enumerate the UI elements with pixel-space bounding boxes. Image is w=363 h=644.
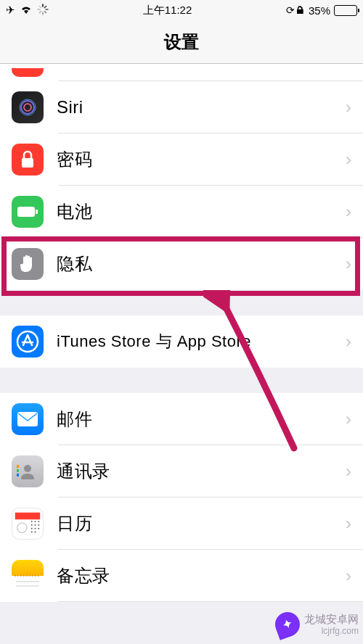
chevron-right-icon: ›: [346, 254, 351, 274]
settings-row-battery[interactable]: 电池 ›: [0, 186, 363, 238]
chevron-right-icon: ›: [346, 97, 351, 117]
svg-point-30: [38, 528, 39, 529]
watermark-logo-icon: ✦: [272, 608, 303, 640]
svg-line-1: [45, 6, 46, 7]
settings-group-3: 邮件 › 通讯录 › 日历 › 备忘录 ›: [0, 393, 363, 602]
svg-rect-15: [17, 412, 38, 426]
hand-icon: [12, 248, 44, 280]
svg-point-24: [38, 521, 39, 522]
settings-row-itunes[interactable]: iTunes Store 与 App Store ›: [0, 315, 363, 368]
chevron-right-icon: ›: [346, 513, 351, 534]
svg-point-32: [35, 532, 36, 533]
svg-rect-13: [36, 210, 38, 214]
partial-icon: [12, 68, 44, 77]
settings-group-2: iTunes Store 与 App Store ›: [0, 315, 363, 368]
contacts-icon: [12, 455, 44, 487]
svg-point-29: [35, 528, 36, 529]
row-label: 电池: [57, 200, 346, 223]
settings-row-privacy[interactable]: 隐私 ›: [0, 238, 363, 290]
svg-line-5: [40, 11, 41, 12]
settings-list[interactable]: Siri › 密码 › 电池 › 隐私 ›: [0, 64, 363, 602]
svg-rect-12: [17, 207, 35, 217]
svg-point-23: [35, 521, 36, 522]
battery-percentage: 35%: [309, 4, 330, 17]
notes-icon: [12, 560, 44, 592]
watermark-name: 龙城安卓网: [304, 613, 359, 626]
watermark-url: lcjrfg.com: [304, 626, 359, 636]
siri-icon: [12, 91, 44, 123]
svg-point-9: [24, 104, 31, 111]
battery-icon: [334, 5, 357, 16]
calendar-icon: [12, 508, 44, 540]
svg-point-16: [24, 465, 31, 472]
svg-rect-11: [22, 158, 33, 168]
settings-row-password[interactable]: 密码 ›: [0, 133, 363, 186]
settings-row-calendar[interactable]: 日历 ›: [0, 498, 363, 550]
svg-point-8: [21, 101, 34, 114]
row-label: 日历: [57, 512, 346, 535]
settings-row-siri[interactable]: Siri ›: [0, 81, 363, 133]
mail-icon: [12, 403, 44, 435]
status-time: 上午11:22: [143, 4, 192, 17]
chevron-right-icon: ›: [346, 461, 351, 482]
settings-row-contacts[interactable]: 通讯录 ›: [0, 445, 363, 498]
svg-point-21: [17, 523, 27, 532]
svg-line-3: [45, 11, 46, 12]
status-bar: ✈︎ 上午11:22 ⟳🔒︎ 35%: [0, 0, 363, 20]
chevron-right-icon: ›: [346, 409, 351, 429]
wifi-icon: [20, 4, 33, 17]
row-label: 邮件: [57, 408, 346, 431]
svg-line-7: [40, 6, 41, 7]
svg-point-31: [31, 532, 33, 533]
row-label: 备忘录: [57, 564, 346, 587]
svg-rect-17: [17, 465, 19, 468]
lock-icon: [12, 144, 44, 176]
airplane-icon: ✈︎: [6, 4, 15, 17]
svg-rect-18: [17, 469, 19, 472]
svg-point-27: [38, 524, 39, 526]
svg-point-10: [20, 99, 36, 115]
row-label: 通讯录: [57, 460, 346, 483]
settings-group-1: Siri › 密码 › 电池 › 隐私 ›: [0, 64, 363, 290]
svg-rect-19: [17, 474, 19, 476]
appstore-icon: [12, 326, 44, 358]
svg-point-26: [35, 524, 36, 526]
orientation-lock-icon: ⟳🔒︎: [286, 4, 305, 16]
row-label: iTunes Store 与 App Store: [57, 331, 346, 352]
svg-point-25: [31, 524, 33, 526]
svg-rect-20: [15, 513, 40, 520]
chevron-right-icon: ›: [346, 566, 351, 586]
watermark: ✦ 龙城安卓网 lcjrfg.com: [275, 612, 359, 637]
row-label: 密码: [57, 148, 346, 171]
settings-row-notes[interactable]: 备忘录 ›: [0, 550, 363, 602]
row-label: 隐私: [57, 252, 346, 276]
settings-row-partial[interactable]: [0, 64, 363, 81]
settings-row-mail[interactable]: 邮件 ›: [0, 393, 363, 445]
row-label: Siri: [57, 97, 346, 117]
battery-icon: [12, 196, 44, 228]
page-title: 设置: [164, 30, 199, 54]
chevron-right-icon: ›: [346, 202, 351, 222]
chevron-right-icon: ›: [346, 331, 351, 352]
svg-point-28: [31, 528, 33, 529]
navigation-bar: 设置: [0, 20, 363, 64]
loading-icon: [37, 4, 49, 17]
chevron-right-icon: ›: [346, 149, 351, 170]
svg-point-22: [31, 521, 33, 522]
